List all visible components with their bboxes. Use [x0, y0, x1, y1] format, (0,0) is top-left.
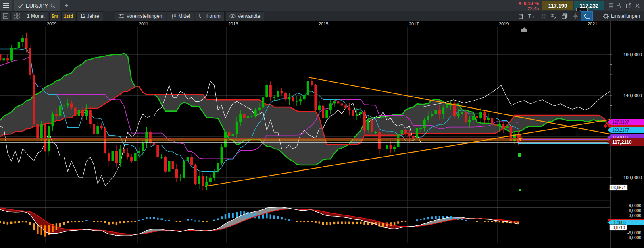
- chart-toolbar: 1 Monat 5m 1std 12 Jahre Voreinstellunge…: [0, 11, 644, 21]
- price-tag-label: 123,2177: [607, 127, 644, 133]
- price-tag-icon: [584, 14, 590, 19]
- macd-tick-label: 6,0000: [613, 208, 641, 213]
- layout-button[interactable]: [12, 11, 22, 21]
- price-tick-label: 140,0000: [613, 93, 642, 98]
- trading-app-window: 2009201120132015201720192021160,0000140,…: [0, 0, 644, 248]
- orderbook-icon[interactable]: [608, 3, 614, 8]
- draw-grid-button[interactable]: [549, 12, 559, 21]
- year-label: 2019: [499, 21, 509, 26]
- price-label-toggle[interactable]: [581, 11, 593, 21]
- timeframe-5m-button[interactable]: 5m: [49, 11, 60, 21]
- sliders-icon: [119, 14, 125, 19]
- add-tab-button[interactable]: +: [65, 2, 68, 9]
- crosshair-icon: [573, 13, 578, 19]
- year-label: 2011: [139, 21, 148, 26]
- change-block: ▼ 0,19 % 22,45: [517, 0, 542, 11]
- boxed-value-label: -3,8710: [609, 225, 627, 231]
- grid-pencil-icon: [551, 13, 557, 19]
- mittel-button[interactable]: Mittel: [167, 11, 194, 21]
- hamburger-icon: [3, 3, 9, 8]
- timeframe-1std-button[interactable]: 1std: [61, 11, 75, 21]
- symbol-label: EUR/JPY: [26, 3, 48, 9]
- presets-button[interactable]: Voreinstellungen: [115, 11, 167, 21]
- grid-icon: [540, 13, 546, 19]
- year-label: 2013: [228, 21, 238, 26]
- macd-tick-label: -6,0000: [613, 230, 641, 235]
- year-label: 2015: [319, 21, 328, 26]
- titlebar: EUR/JPY + ▼ 0,19 % 22,45 117,190 117,232…: [0, 0, 644, 12]
- period-dropdown[interactable]: 1 Monat: [23, 11, 48, 21]
- price-tag-label: 127,3187: [607, 119, 644, 125]
- close-icon[interactable]: [635, 3, 640, 8]
- settings-button[interactable]: Einstellungen: [599, 12, 644, 21]
- ruler-icon: [518, 13, 523, 19]
- layout-grid-icon: [14, 13, 20, 19]
- price-tick-label: 160,0000: [613, 52, 642, 57]
- window-controls: [605, 3, 644, 8]
- candlestick-icon: [171, 14, 176, 19]
- price-chart[interactable]: [0, 0, 644, 248]
- collapse-icon[interactable]: [617, 3, 623, 8]
- popout-icon[interactable]: [626, 3, 631, 8]
- svg-text:T: T: [528, 14, 531, 19]
- year-label: 2017: [409, 21, 419, 26]
- main-menu-button[interactable]: [0, 0, 12, 11]
- price-tick-label: 100,0000: [613, 175, 642, 180]
- crosshair-button[interactable]: [571, 12, 580, 21]
- eye-icon: [229, 14, 236, 18]
- text-tool-button[interactable]: T T: [526, 12, 538, 21]
- bid-button[interactable]: 117,190: [542, 1, 573, 10]
- instrument-tab[interactable]: EUR/JPY: [14, 0, 60, 11]
- forum-button[interactable]: Forum: [195, 11, 225, 21]
- search-icon[interactable]: [50, 3, 56, 8]
- year-label: 2021: [588, 21, 597, 26]
- chart-check-icon: [18, 3, 23, 8]
- change-percent: 0,19 %: [524, 1, 539, 6]
- verwandte-button[interactable]: Verwandte: [225, 11, 265, 21]
- macd-tick-label: 3,0000: [613, 213, 641, 218]
- year-label: 2009: [47, 21, 56, 26]
- scale-button[interactable]: [516, 12, 525, 21]
- legend-icon: [3, 13, 8, 19]
- macd-tick-label: 9,0000: [613, 203, 641, 208]
- grid-button[interactable]: [538, 12, 548, 21]
- svg-text:T: T: [532, 15, 534, 19]
- range-dropdown[interactable]: 12 Jahre: [76, 11, 103, 21]
- workspaces-button[interactable]: [560, 12, 570, 21]
- speech-bubble-icon: [199, 14, 204, 19]
- layers-icon: [562, 13, 568, 19]
- down-triangle-icon: ▼: [517, 1, 522, 6]
- gear-icon: [603, 13, 609, 19]
- legend-button[interactable]: [0, 11, 11, 21]
- macd-tick-label: -9,0000: [613, 236, 641, 240]
- price-tag-label: 117,2110: [607, 138, 644, 146]
- boxed-value-label: 93,9671: [609, 185, 628, 191]
- change-absolute: 22,45: [517, 6, 539, 11]
- text-icon: T T: [528, 14, 536, 19]
